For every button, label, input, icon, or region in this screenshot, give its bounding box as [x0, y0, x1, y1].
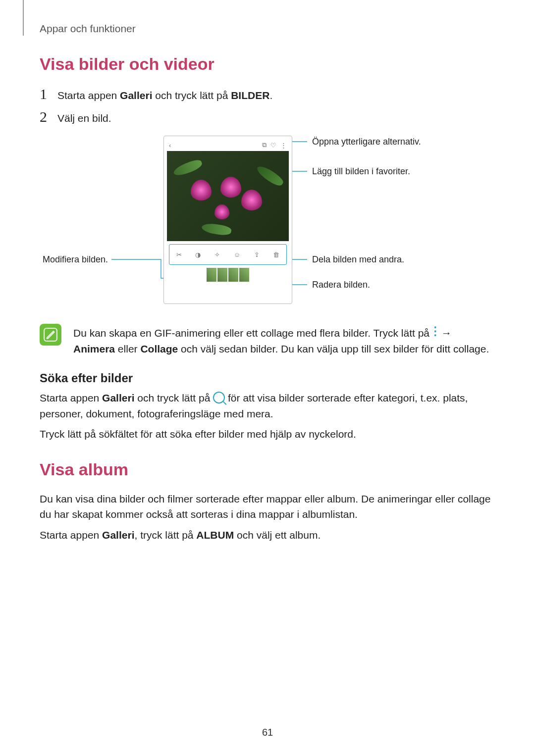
- text: och tryck lätt på: [152, 90, 231, 101]
- app-name: Galleri: [120, 90, 152, 101]
- gallery-screenshot-figure: ‹ ⧉ ♡ ⋮ ✂: [40, 136, 495, 309]
- pencil-icon: [44, 328, 57, 342]
- step-2: 2 Välj en bild.: [40, 108, 495, 126]
- edit-toolbar: ✂ ◑ ✧ ☺ ⇪ 🗑: [169, 244, 287, 265]
- step-text: Starta appen Galleri och tryck lätt på B…: [57, 88, 272, 103]
- callout-share: Dela bilden med andra.: [312, 254, 404, 265]
- album-paragraph-2: Starta appen Galleri, tryck lätt på ALBU…: [40, 527, 495, 543]
- thumbnail[interactable]: [228, 268, 238, 282]
- text: och välj sedan bilder. Du kan välja upp …: [178, 343, 489, 354]
- callout-edit: Modifiera bilden.: [43, 254, 108, 265]
- viewer-topbar: ‹ ⧉ ♡ ⋮: [167, 139, 289, 151]
- step-number: 2: [40, 108, 57, 125]
- text: Starta appen: [40, 392, 102, 403]
- text: Du kan skapa en GIF-animering eller ett …: [73, 327, 432, 339]
- crop-icon[interactable]: ✂: [176, 251, 182, 258]
- step-text: Välj en bild.: [57, 110, 111, 126]
- note-icon: [40, 324, 61, 346]
- text: , tryck lätt på: [134, 529, 196, 541]
- callout-delete: Radera bilden.: [312, 280, 370, 290]
- header-rule: [23, 0, 24, 36]
- text: och tryck lätt på: [134, 392, 213, 403]
- option-collage: Collage: [140, 343, 178, 354]
- share-icon[interactable]: ⧉: [262, 141, 267, 149]
- text: .: [269, 90, 272, 101]
- arrow: →: [441, 327, 452, 339]
- thumbnail-strip: [167, 268, 289, 284]
- tab-name: BILDER: [231, 90, 269, 101]
- step-1: 1 Starta appen Galleri och tryck lätt på…: [40, 86, 495, 103]
- effects-icon[interactable]: ✧: [214, 251, 220, 258]
- thumbnail[interactable]: [217, 268, 227, 282]
- step-number: 1: [40, 86, 57, 102]
- thumbnail[interactable]: [207, 268, 216, 282]
- tone-icon[interactable]: ◑: [195, 251, 201, 258]
- callout-more-options: Öppna ytterligare alternativ.: [312, 137, 421, 147]
- heading-soka: Söka efter bilder: [40, 371, 495, 385]
- device-mock: ‹ ⧉ ♡ ⋮ ✂: [163, 136, 292, 304]
- sticker-icon[interactable]: ☺: [234, 251, 240, 258]
- more-icon[interactable]: ⋮: [280, 142, 287, 149]
- text: och välj ett album.: [234, 529, 321, 541]
- text: Starta appen: [40, 529, 102, 541]
- note-text: Du kan skapa en GIF-animering eller ett …: [73, 324, 489, 356]
- thumbnail[interactable]: [239, 268, 249, 282]
- search-paragraph: Starta appen Galleri och tryck lätt på f…: [40, 390, 495, 421]
- heading-visa-bilder: Visa bilder och videor: [40, 54, 495, 74]
- delete-icon[interactable]: 🗑: [273, 251, 279, 258]
- page-number: 61: [0, 727, 535, 738]
- album-paragraph-1: Du kan visa dina bilder och filmer sorte…: [40, 491, 495, 522]
- option-animera: Animera: [73, 343, 115, 354]
- tip-note: Du kan skapa en GIF-animering eller ett …: [40, 324, 495, 356]
- callout-favorite: Lägg till bilden i favoriter.: [312, 166, 410, 177]
- back-icon[interactable]: ‹: [169, 142, 171, 149]
- share-action-icon[interactable]: ⇪: [254, 251, 260, 258]
- app-name: Galleri: [102, 392, 134, 403]
- heading-visa-album: Visa album: [40, 460, 495, 479]
- text: eller: [115, 343, 140, 354]
- section-breadcrumb: Appar och funktioner: [40, 23, 495, 35]
- app-name: Galleri: [102, 529, 134, 541]
- text: Starta appen: [57, 90, 120, 101]
- search-paragraph-2: Tryck lätt på sökfältet för att söka eft…: [40, 426, 495, 442]
- search-icon: [213, 392, 225, 403]
- favorite-icon[interactable]: ♡: [270, 142, 276, 149]
- page-content: Appar och funktioner Visa bilder och vid…: [0, 0, 535, 756]
- overflow-dots-icon: ···: [432, 324, 438, 336]
- displayed-photo: [167, 151, 289, 241]
- tab-name: ALBUM: [196, 529, 234, 541]
